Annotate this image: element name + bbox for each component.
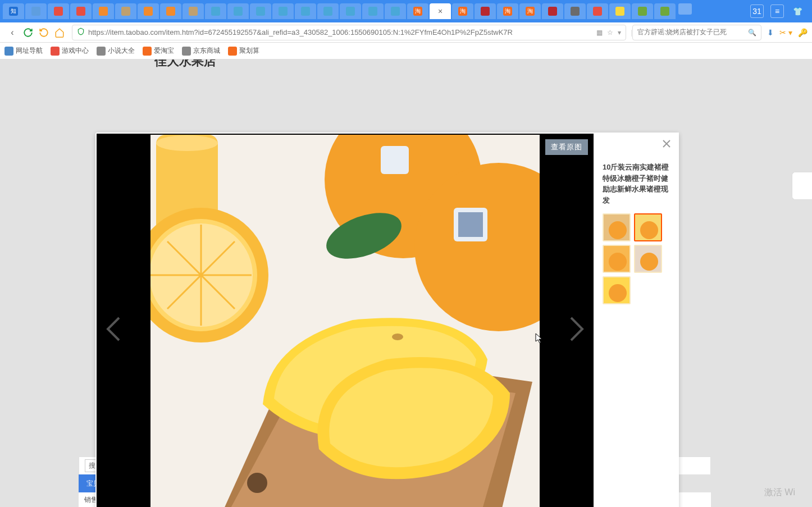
- svg-rect-16: [458, 212, 483, 237]
- thumbnail-1[interactable]: [634, 213, 662, 241]
- floating-side-tab[interactable]: [792, 172, 812, 200]
- next-arrow[interactable]: [565, 312, 588, 346]
- bookmark-0[interactable]: 网址导航: [4, 46, 43, 56]
- bookmark-4[interactable]: 京东商城: [182, 46, 220, 56]
- browser-tab-23[interactable]: 淘: [519, 3, 541, 19]
- browser-tab-0[interactable]: 知: [3, 3, 24, 19]
- browser-tab-3[interactable]: [70, 3, 92, 19]
- thumbnail-3[interactable]: [634, 245, 662, 273]
- search-text: 官方辟谣:烧烤店被打女子已死: [637, 28, 748, 37]
- browser-tab-4[interactable]: [93, 3, 114, 19]
- bookmark-3[interactable]: 爱淘宝: [143, 46, 174, 56]
- browser-tab-9[interactable]: [205, 3, 226, 19]
- thumbnail-0[interactable]: [603, 213, 631, 241]
- menu-icon[interactable]: ≡: [770, 4, 784, 18]
- browser-tab-13[interactable]: [295, 3, 316, 19]
- browser-tab-8[interactable]: [183, 3, 204, 19]
- key-icon[interactable]: 🔑: [798, 28, 808, 37]
- browser-window-controls: 31 ≡ 👕: [750, 4, 810, 18]
- svg-point-25: [609, 253, 627, 271]
- undo-button[interactable]: [36, 25, 52, 40]
- address-bar: ‹ https://item.taobao.com/item.htm?id=67…: [0, 22, 812, 43]
- browser-tab-10[interactable]: [227, 3, 249, 19]
- download-icon[interactable]: ⬇: [767, 28, 774, 37]
- bookmark-2[interactable]: 小说大全: [97, 46, 135, 56]
- browser-tab-22[interactable]: 淘: [497, 3, 518, 19]
- prev-arrow[interactable]: [102, 312, 125, 346]
- activation-watermark: 激活 Wi: [764, 487, 795, 499]
- browser-tab-28[interactable]: [632, 3, 653, 19]
- browser-tab-17[interactable]: [385, 3, 406, 19]
- view-original-button[interactable]: 查看原图: [545, 139, 588, 155]
- scissors-icon[interactable]: ✂ ▾: [779, 28, 792, 37]
- browser-tab-1[interactable]: [25, 3, 47, 19]
- browser-tab-18[interactable]: 淘: [407, 3, 428, 19]
- bookmark-5[interactable]: 聚划算: [228, 46, 259, 56]
- search-icon[interactable]: 🔍: [748, 29, 756, 36]
- lightbox-sidebar: 10斤装云南实建褚橙特级冰糖橙子褚时健励志新鲜水果诸橙现发: [595, 133, 679, 507]
- bookmark-bar: 网址导航游戏中心小说大全爱淘宝京东商城聚划算: [0, 43, 812, 60]
- svg-point-23: [640, 221, 658, 239]
- browser-tab-2[interactable]: [48, 3, 69, 19]
- browser-search-input[interactable]: 官方辟谣:烧烤店被打女子已死 🔍: [632, 25, 761, 40]
- svg-point-5: [156, 135, 218, 151]
- svg-point-29: [609, 284, 627, 302]
- back-button[interactable]: ‹: [4, 25, 20, 40]
- calendar-icon[interactable]: 31: [750, 4, 764, 18]
- lightbox-main: 查看原图: [97, 134, 594, 507]
- url-input[interactable]: https://item.taobao.com/item.htm?id=6724…: [72, 25, 626, 40]
- refresh-button[interactable]: [20, 25, 36, 40]
- favorite-icon[interactable]: ☆: [607, 29, 613, 36]
- browser-tab-11[interactable]: [250, 3, 271, 19]
- close-icon[interactable]: [662, 139, 672, 149]
- image-lightbox: 查看原图 10斤装云南实建褚橙特级冰糖橙子褚时健励志新鲜水果诸橙现发: [95, 133, 679, 507]
- qr-icon[interactable]: ▦: [596, 29, 603, 36]
- home-button[interactable]: [52, 25, 67, 40]
- svg-point-21: [609, 221, 627, 239]
- store-name: 佳大水果店: [154, 60, 812, 70]
- url-text: https://item.taobao.com/item.htm?id=6724…: [88, 28, 596, 36]
- browser-tab-19[interactable]: ×: [430, 3, 451, 19]
- browser-tab-21[interactable]: [475, 3, 496, 19]
- browser-tab-7[interactable]: [160, 3, 181, 19]
- mouse-cursor: [535, 333, 543, 343]
- browser-tab-26[interactable]: [587, 3, 608, 19]
- svg-rect-17: [381, 146, 409, 174]
- browser-tab-29[interactable]: [654, 3, 676, 19]
- browser-tab-20[interactable]: 淘: [452, 3, 473, 19]
- dropdown-icon[interactable]: ▾: [618, 29, 621, 36]
- page-content: 佳大水果店 搜 宝贝 销售量 收藏数 品牌: 褚橙 产地: 中国大陆 省份: 其…: [0, 60, 812, 507]
- svg-point-3: [247, 473, 267, 493]
- shield-icon: [77, 27, 85, 38]
- svg-point-19: [392, 334, 403, 340]
- browser-tab-14[interactable]: [317, 3, 339, 19]
- new-tab-button[interactable]: [678, 3, 692, 15]
- browser-tab-bar: 知淘×淘淘淘 31 ≡ 👕: [0, 0, 812, 22]
- wardrobe-icon[interactable]: 👕: [791, 4, 804, 18]
- browser-tab-16[interactable]: [362, 3, 384, 19]
- browser-tab-15[interactable]: [340, 3, 361, 19]
- browser-tab-5[interactable]: [115, 3, 136, 19]
- browser-tab-27[interactable]: [609, 3, 631, 19]
- browser-tab-12[interactable]: [272, 3, 294, 19]
- thumbnail-grid: [603, 213, 671, 304]
- thumbnail-2[interactable]: [603, 245, 631, 273]
- browser-tab-6[interactable]: [138, 3, 159, 19]
- svg-point-27: [640, 253, 658, 271]
- browser-tab-25[interactable]: [564, 3, 586, 19]
- thumbnail-4[interactable]: [603, 276, 631, 304]
- product-title: 10斤装云南实建褚橙特级冰糖橙子褚时健励志新鲜水果诸橙现发: [603, 162, 671, 205]
- product-main-image[interactable]: [150, 135, 540, 508]
- browser-tab-24[interactable]: [542, 3, 563, 19]
- bookmark-1[interactable]: 游戏中心: [51, 46, 89, 56]
